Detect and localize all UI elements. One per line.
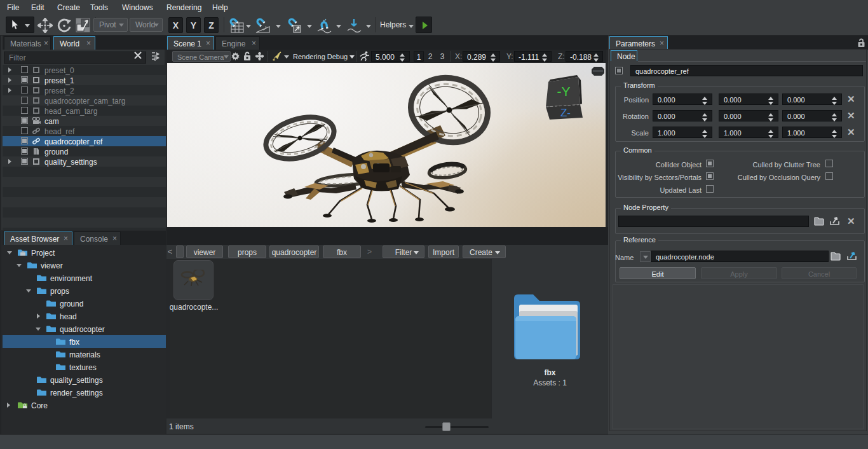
- svg-text:-Y: -Y: [557, 84, 571, 99]
- svg-text:Z-: Z-: [560, 107, 571, 119]
